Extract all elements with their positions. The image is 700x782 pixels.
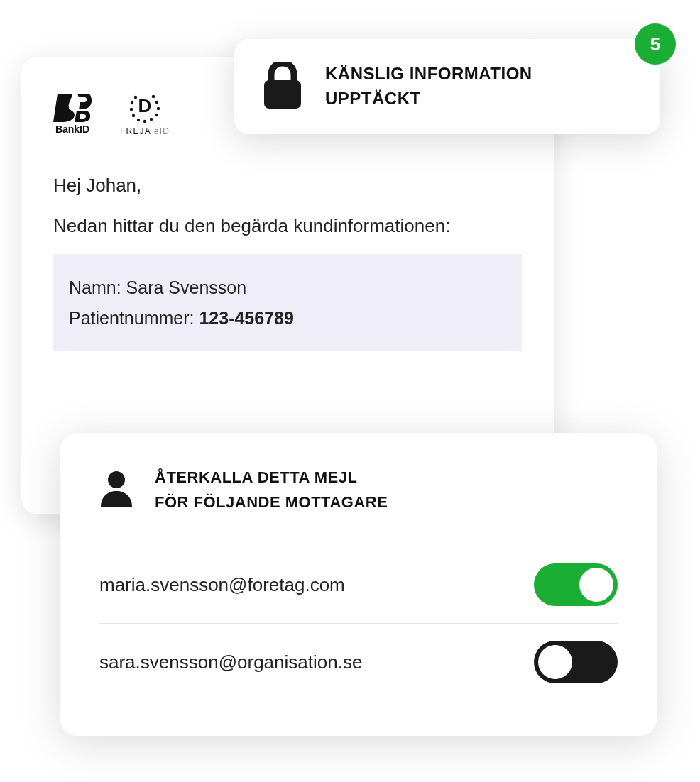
freja-icon: D — [128, 92, 162, 123]
bankid-logo: BankID — [53, 94, 92, 135]
sensitive-info-box: Namn: Sara Svensson Patientnummer: 123-4… — [53, 254, 522, 351]
alert-line1: KÄNSLIG INFORMATION — [325, 62, 532, 87]
lock-icon — [263, 62, 302, 111]
freja-logo: D FREJA eID — [120, 92, 170, 136]
svg-point-8 — [157, 107, 160, 110]
recall-card: ÅTERKALLA DETTA MEJL FÖR FÖLJANDE MOTTAG… — [60, 433, 657, 736]
recall-title-line2: FÖR FÖLJANDE MOTTAGARE — [155, 490, 388, 514]
recall-title-line1: ÅTERKALLA DETTA MEJL — [155, 465, 388, 490]
person-icon — [99, 470, 133, 510]
svg-point-0 — [134, 96, 137, 99]
bankid-label: BankID — [55, 123, 89, 135]
svg-text:D: D — [138, 95, 152, 116]
email-greeting: Hej Johan, — [53, 172, 522, 199]
svg-point-5 — [143, 120, 146, 123]
recall-title: ÅTERKALLA DETTA MEJL FÖR FÖLJANDE MOTTAG… — [155, 465, 388, 514]
svg-point-6 — [150, 118, 153, 121]
toggle-knob — [538, 645, 572, 679]
patientnum-value: 123-456789 — [199, 308, 293, 328]
recipient-email: sara.svensson@organisation.se — [99, 651, 362, 673]
svg-point-7 — [155, 114, 158, 116]
svg-point-9 — [155, 101, 158, 104]
alert-count-badge: 5 — [635, 23, 676, 65]
alert-line2: UPPTÄCKT — [325, 87, 532, 111]
svg-point-1 — [131, 101, 133, 104]
recall-header: ÅTERKALLA DETTA MEJL FÖR FÖLJANDE MOTTAG… — [99, 465, 618, 514]
freja-label: FREJA eID — [120, 126, 170, 136]
svg-point-3 — [132, 114, 135, 117]
name-label: Namn: — [69, 277, 121, 297]
email-intro: Nedan hittar du den begärda kundinformat… — [53, 212, 522, 240]
alert-text: KÄNSLIG INFORMATION UPPTÄCKT — [325, 62, 532, 111]
recipient-row: sara.svensson@organisation.se — [99, 624, 618, 700]
sensitive-alert-card: KÄNSLIG INFORMATION UPPTÄCKT 5 — [234, 39, 660, 134]
recipient-row: maria.svensson@foretag.com — [99, 546, 618, 623]
svg-point-13 — [108, 471, 125, 488]
svg-rect-12 — [264, 80, 301, 109]
bankid-icon — [53, 94, 92, 122]
name-value: Sara Svensson — [126, 277, 247, 297]
recipient-email: maria.svensson@foretag.com — [99, 574, 345, 596]
patientnum-label: Patientnummer: — [69, 308, 194, 328]
info-name-line: Namn: Sara Svensson — [69, 272, 506, 303]
toggle-knob — [579, 568, 613, 602]
email-body: Hej Johan, Nedan hittar du den begärda k… — [53, 172, 522, 351]
svg-point-4 — [137, 119, 140, 121]
recall-toggle-on[interactable] — [534, 563, 618, 606]
svg-point-2 — [130, 108, 133, 111]
info-patientnum-line: Patientnummer: 123-456789 — [69, 303, 506, 334]
recall-toggle-off[interactable] — [534, 641, 618, 683]
